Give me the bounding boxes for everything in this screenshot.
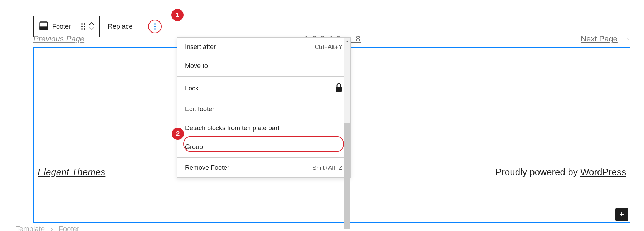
menu-separator <box>177 157 350 158</box>
menu-item-insert-after[interactable]: Insert after Ctrl+Alt+Y <box>177 38 350 56</box>
replace-section: Replace <box>100 16 141 37</box>
drag-handle-icon[interactable] <box>81 23 85 30</box>
more-options-button[interactable] <box>148 20 162 33</box>
menu-item-lock[interactable]: Lock <box>177 77 350 100</box>
breadcrumb-item[interactable]: Template <box>16 225 45 231</box>
menu-item-group[interactable]: Group <box>177 138 350 157</box>
powered-by-text: Proudly powered by WordPress <box>496 167 626 178</box>
footer-block-icon <box>39 21 49 32</box>
next-page-link[interactable]: Next Page → <box>581 34 630 44</box>
plus-icon: + <box>620 210 624 219</box>
replace-button[interactable]: Replace <box>105 23 136 30</box>
site-title-link[interactable]: Elegant Themes <box>38 167 105 178</box>
block-type-section[interactable]: Footer <box>34 16 76 37</box>
menu-item-move-to[interactable]: Move to <box>177 56 350 75</box>
kebab-icon <box>154 23 156 30</box>
more-options-section <box>141 16 169 37</box>
menu-item-remove-footer[interactable]: Remove Footer Shift+Alt+Z <box>177 158 350 177</box>
block-label: Footer <box>52 23 71 30</box>
block-toolbar: Footer Replace <box>33 16 169 37</box>
move-up-button[interactable] <box>89 22 94 26</box>
block-options-menu: Insert after Ctrl+Alt+Y Move to Lock Edi… <box>177 37 351 178</box>
chevron-right-icon: › <box>50 225 53 231</box>
arrow-right-icon: → <box>623 34 630 43</box>
next-page-text[interactable]: Next Page <box>581 34 618 43</box>
move-down-button[interactable] <box>89 26 94 31</box>
breadcrumb-item[interactable]: Footer <box>59 225 79 231</box>
previous-page-link[interactable]: Previous Page <box>33 34 84 44</box>
block-mover <box>89 22 94 31</box>
block-mover-section <box>76 16 100 37</box>
lock-icon <box>335 83 342 94</box>
svg-rect-2 <box>336 87 342 92</box>
wordpress-link[interactable]: WordPress <box>580 167 626 177</box>
scrollbar-thumb[interactable] <box>344 123 350 229</box>
annotation-badge-2: 2 <box>172 128 184 140</box>
menu-item-edit-footer[interactable]: Edit footer <box>177 100 350 119</box>
menu-item-detach[interactable]: Detach blocks from template part <box>177 119 350 138</box>
scrollbar-up-icon[interactable]: ▴ <box>344 38 350 44</box>
add-block-button[interactable]: + <box>615 208 628 221</box>
menu-scrollbar[interactable]: ▴ <box>344 38 350 177</box>
block-breadcrumb: Template › Footer <box>16 225 79 231</box>
menu-separator <box>177 76 350 77</box>
annotation-badge-1: 1 <box>171 9 184 21</box>
svg-rect-1 <box>40 27 48 30</box>
